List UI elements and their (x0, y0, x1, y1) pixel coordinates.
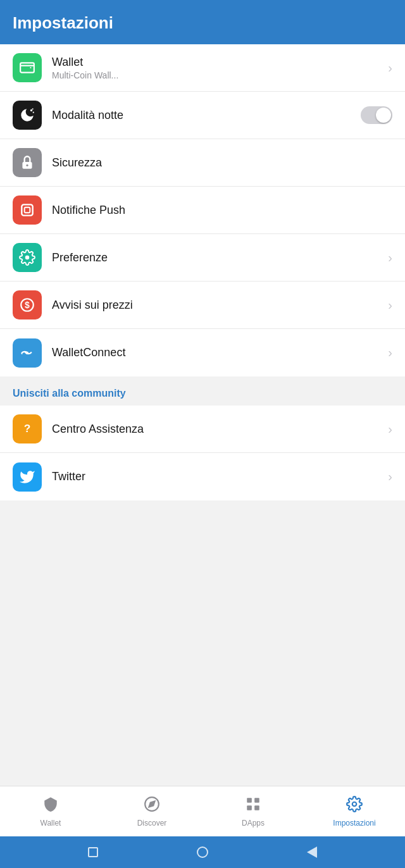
nav-dapps-icon (245, 796, 261, 816)
android-recents-button[interactable] (86, 845, 100, 859)
preferences-icon (13, 243, 42, 272)
svg-point-8 (25, 256, 30, 260)
wallet-icon (13, 53, 42, 82)
push-notifications-title: Notifiche Push (52, 204, 392, 217)
svg-point-1 (30, 109, 32, 111)
nav-dapps-label: DApps (242, 819, 265, 828)
android-home-button[interactable] (196, 845, 209, 859)
wallet-connect-chevron: › (388, 345, 392, 360)
svg-rect-6 (22, 204, 32, 215)
preferences-chevron: › (388, 251, 392, 265)
wallet-subtitle: Multi-Coin Wall... (52, 70, 383, 80)
nav-impostazioni-icon (346, 796, 363, 816)
settings-item-security[interactable]: Sicurezza (0, 139, 405, 187)
svg-text:$: $ (25, 300, 30, 310)
settings-item-wallet[interactable]: Wallet Multi-Coin Wall... › (0, 44, 405, 92)
night-mode-title: Modalità notte (52, 109, 356, 122)
twitter-text: Twitter (52, 470, 383, 483)
svg-point-19 (352, 802, 357, 806)
nav-item-impostazioni[interactable]: Impostazioni (304, 786, 405, 836)
settings-item-price-alerts[interactable]: $ Avvisi sui prezzi › (0, 282, 405, 329)
nav-discover-label: Discover (137, 819, 167, 828)
nav-item-dapps[interactable]: DApps (202, 786, 304, 836)
svg-point-5 (26, 164, 28, 166)
settings-item-night-mode[interactable]: Modalità notte (0, 92, 405, 139)
svg-rect-0 (20, 63, 34, 72)
settings-item-wallet-connect[interactable]: WalletConnect › (0, 329, 405, 376)
android-system-bar (0, 836, 405, 868)
preferences-text: Preferenze (52, 251, 383, 264)
moon-icon (13, 101, 42, 130)
page-title: Impostazioni (13, 13, 113, 33)
nav-impostazioni-label: Impostazioni (333, 819, 375, 828)
price-alerts-chevron: › (388, 298, 392, 313)
security-title: Sicurezza (52, 156, 392, 170)
price-alerts-text: Avvisi sui prezzi (52, 299, 383, 312)
price-alerts-title: Avvisi sui prezzi (52, 299, 383, 312)
nav-discover-icon (144, 796, 160, 816)
wallet-connect-title: WalletConnect (52, 346, 383, 359)
help-center-text: Centro Assistenza (52, 423, 383, 436)
settings-list: Wallet Multi-Coin Wall... › Modalità not… (0, 44, 405, 376)
preferences-title: Preferenze (52, 251, 383, 264)
twitter-title: Twitter (52, 470, 383, 483)
help-center-chevron: › (388, 422, 392, 437)
nav-item-discover[interactable]: Discover (101, 786, 202, 836)
settings-item-help-center[interactable]: ? Centro Assistenza › (0, 406, 405, 453)
settings-item-push-notifications[interactable]: Notifiche Push (0, 187, 405, 234)
nav-wallet-label: Wallet (40, 819, 61, 828)
help-center-title: Centro Assistenza (52, 423, 383, 436)
svg-point-3 (32, 108, 34, 109)
svg-rect-16 (254, 798, 259, 803)
twitter-icon (13, 462, 42, 492)
svg-rect-17 (247, 805, 252, 810)
wallet-chevron: › (388, 61, 392, 75)
app-header: Impostazioni (0, 0, 405, 44)
wallet-text: Wallet Multi-Coin Wall... (52, 56, 383, 80)
community-list: ? Centro Assistenza › Twitter › (0, 406, 405, 500)
lock-icon (13, 148, 42, 177)
night-mode-text: Modalità notte (52, 109, 356, 122)
bell-icon (13, 195, 42, 225)
wallet-title: Wallet (52, 56, 383, 69)
push-notifications-text: Notifiche Push (52, 204, 392, 217)
svg-rect-7 (25, 208, 30, 213)
svg-marker-14 (149, 801, 154, 807)
twitter-chevron: › (388, 469, 392, 484)
svg-rect-18 (254, 805, 259, 810)
settings-item-preferences[interactable]: Preferenze › (0, 234, 405, 282)
connect-icon (13, 338, 42, 368)
nav-wallet-icon (42, 796, 59, 816)
question-icon: ? (13, 414, 42, 443)
settings-item-twitter[interactable]: Twitter › (0, 453, 405, 500)
security-text: Sicurezza (52, 156, 392, 170)
dollar-icon: $ (13, 290, 42, 319)
nav-item-wallet[interactable]: Wallet (0, 786, 101, 836)
android-back-button[interactable] (305, 845, 319, 859)
bottom-nav: Wallet Discover DApps I (0, 786, 405, 836)
svg-point-11 (26, 351, 28, 354)
community-section-label: Unisciti alla community (0, 376, 405, 406)
wallet-connect-text: WalletConnect (52, 346, 383, 359)
svg-text:?: ? (24, 422, 31, 435)
main-content: Wallet Multi-Coin Wall... › Modalità not… (0, 44, 405, 786)
night-mode-toggle[interactable] (361, 106, 392, 124)
svg-point-2 (33, 112, 34, 113)
svg-rect-15 (247, 798, 252, 803)
